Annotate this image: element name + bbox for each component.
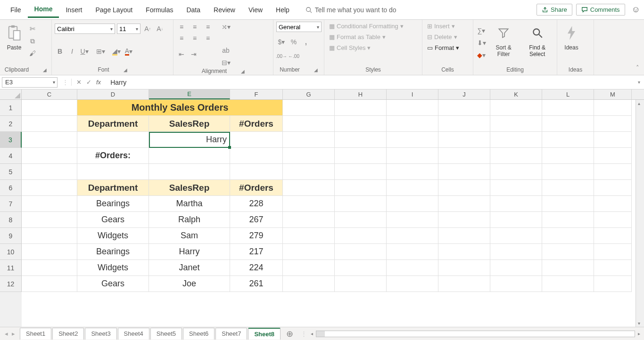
cell[interactable] — [283, 260, 335, 276]
increase-indent-button[interactable]: ⇥ — [189, 49, 199, 59]
cell[interactable]: Martha — [149, 196, 230, 212]
cell[interactable] — [490, 148, 542, 164]
cell[interactable] — [22, 148, 77, 164]
cell[interactable] — [594, 228, 632, 244]
cell[interactable] — [542, 132, 594, 148]
font-size-input[interactable] — [117, 25, 134, 32]
cell[interactable] — [387, 260, 438, 276]
cell[interactable] — [387, 228, 438, 244]
cell[interactable] — [438, 276, 490, 292]
cell[interactable] — [230, 148, 283, 164]
cell[interactable] — [335, 276, 387, 292]
cell[interactable] — [335, 148, 387, 164]
cell[interactable] — [335, 132, 387, 148]
cell[interactable] — [542, 244, 594, 260]
autosum-button[interactable]: ∑▾ — [476, 25, 487, 36]
bold-button[interactable]: B — [55, 46, 65, 57]
cell[interactable] — [594, 148, 632, 164]
cell[interactable] — [22, 244, 77, 260]
column-header-D[interactable]: D — [77, 89, 149, 99]
font-color-button[interactable]: A▾ — [124, 46, 134, 57]
cell[interactable] — [542, 180, 594, 196]
cell[interactable]: Harry — [149, 244, 230, 260]
underline-button[interactable]: U▾ — [79, 46, 90, 57]
cell[interactable] — [335, 100, 387, 116]
cell[interactable] — [22, 212, 77, 228]
cell[interactable]: Bearings — [77, 196, 149, 212]
comments-button[interactable]: Comments — [576, 4, 625, 16]
cell[interactable] — [22, 196, 77, 212]
expand-formula-bar-button[interactable]: ▾ — [634, 80, 644, 85]
cell[interactable] — [542, 116, 594, 132]
cell[interactable] — [335, 260, 387, 276]
cell[interactable] — [490, 228, 542, 244]
cell[interactable] — [594, 116, 632, 132]
sheet-tab-sheet6[interactable]: Sheet6 — [183, 328, 215, 340]
font-launcher[interactable]: ◢ — [124, 67, 127, 73]
column-header-M[interactable]: M — [594, 89, 632, 99]
cell[interactable]: Janet — [149, 260, 230, 276]
cell[interactable] — [22, 228, 77, 244]
cell[interactable]: 261 — [230, 276, 283, 292]
row-header-12[interactable]: 12 — [0, 276, 22, 292]
align-top-button[interactable]: ≡ — [176, 22, 187, 32]
cell[interactable] — [283, 196, 335, 212]
format-cells-button[interactable]: ▭Format▾ — [425, 43, 461, 52]
number-launcher[interactable]: ◢ — [314, 67, 318, 73]
align-center-button[interactable]: ≡ — [190, 33, 200, 43]
column-header-I[interactable]: I — [387, 89, 438, 99]
cell[interactable] — [283, 100, 335, 116]
cell[interactable] — [387, 180, 438, 196]
currency-button[interactable]: $▾ — [276, 37, 287, 47]
cell[interactable] — [542, 164, 594, 180]
column-header-F[interactable]: F — [230, 89, 283, 99]
cell[interactable] — [283, 228, 335, 244]
cell[interactable] — [283, 164, 335, 180]
cell[interactable] — [490, 132, 542, 148]
cell[interactable] — [490, 212, 542, 228]
cell[interactable] — [490, 100, 542, 116]
cell[interactable] — [22, 180, 77, 196]
cell[interactable]: SalesRep — [149, 180, 230, 196]
cell[interactable] — [490, 260, 542, 276]
enter-formula-button[interactable]: ✓ — [86, 79, 91, 86]
menu-file[interactable]: File — [4, 2, 28, 17]
format-as-table-button[interactable]: ▦Format as Table▾ — [327, 32, 405, 41]
row-header-2[interactable]: 2 — [0, 116, 22, 132]
cell[interactable]: Monthly Sales Orders — [77, 100, 283, 116]
column-header-G[interactable]: G — [283, 89, 335, 99]
cell[interactable] — [438, 100, 490, 116]
conditional-formatting-button[interactable]: ▦Conditional Formatting▾ — [327, 22, 405, 31]
number-format-input[interactable] — [277, 24, 315, 31]
cell[interactable] — [438, 148, 490, 164]
column-header-H[interactable]: H — [335, 89, 387, 99]
cell[interactable] — [149, 148, 230, 164]
row-header-11[interactable]: 11 — [0, 260, 22, 276]
column-header-C[interactable]: C — [22, 89, 77, 99]
cell[interactable] — [387, 164, 438, 180]
cell[interactable] — [149, 164, 230, 180]
cell[interactable] — [22, 100, 77, 116]
share-button[interactable]: Share — [537, 4, 572, 16]
formula-input[interactable]: Harry — [106, 79, 634, 86]
column-header-K[interactable]: K — [490, 89, 542, 99]
cell[interactable] — [22, 116, 77, 132]
cell[interactable] — [542, 228, 594, 244]
cell[interactable]: Widgets — [77, 228, 149, 244]
format-painter-button[interactable]: 🖌 — [27, 48, 38, 58]
fill-color-button[interactable]: ◢▾ — [111, 46, 122, 57]
sheet-nav-prev[interactable]: ◂ — [5, 330, 8, 337]
cell[interactable] — [283, 276, 335, 292]
row-header-4[interactable]: 4 — [0, 148, 22, 164]
cell[interactable]: Department — [77, 116, 149, 132]
cell[interactable] — [387, 212, 438, 228]
cell[interactable] — [230, 132, 283, 148]
cell[interactable] — [438, 116, 490, 132]
cell[interactable] — [22, 132, 77, 148]
cell[interactable] — [542, 276, 594, 292]
sheet-tab-sheet3[interactable]: Sheet3 — [85, 328, 116, 340]
cell[interactable] — [335, 228, 387, 244]
cell[interactable] — [335, 212, 387, 228]
cell[interactable] — [594, 212, 632, 228]
cell[interactable] — [594, 244, 632, 260]
